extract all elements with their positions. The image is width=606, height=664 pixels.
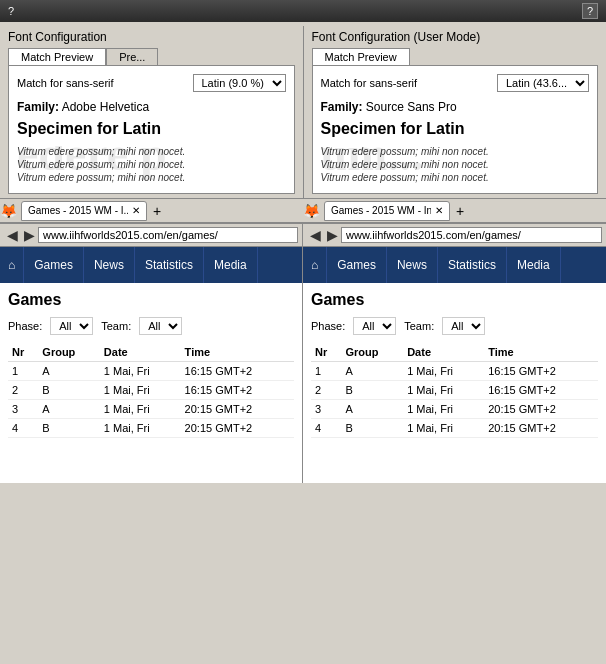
title-bar-help-btn[interactable]: ?: [582, 3, 598, 19]
cell-date: 1 Mai, Fri: [403, 362, 484, 381]
nav-games-label-right: Games: [337, 258, 376, 272]
col-time-right: Time: [484, 343, 598, 362]
forward-btn-left[interactable]: ▶: [21, 226, 38, 244]
phase-select-right[interactable]: All: [353, 317, 396, 335]
family-row-right: Family: Source Sans Pro: [321, 100, 590, 114]
addr-input-left[interactable]: [38, 227, 298, 243]
table-row[interactable]: 4B1 Mai, Fri20:15 GMT+2: [8, 419, 294, 438]
cell-time: 16:15 GMT+2: [181, 362, 294, 381]
cell-date: 1 Mai, Fri: [100, 362, 181, 381]
fx-tab-left-label: Games - 2015 WM - I...: [28, 205, 128, 216]
cell-time: 20:15 GMT+2: [181, 400, 294, 419]
font-tab-pre-left[interactable]: Pre...: [106, 48, 158, 65]
table-row[interactable]: 1A1 Mai, Fri16:15 GMT+2: [8, 362, 294, 381]
addr-input-right[interactable]: [341, 227, 602, 243]
specimen-text-left-0: Vitrum edere possum; mihi non nocet.: [17, 146, 286, 157]
cell-date: 1 Mai, Fri: [403, 381, 484, 400]
nav-news-label-right: News: [397, 258, 427, 272]
match-for-select-right[interactable]: Latin (43.6...: [497, 74, 589, 92]
back-btn-left[interactable]: ◀: [4, 226, 21, 244]
phase-label-right: Phase:: [311, 320, 345, 332]
font-tab-bar-right: Match Preview: [312, 48, 599, 65]
title-bar-left-icon: ?: [8, 5, 14, 17]
back-btn-right[interactable]: ◀: [307, 226, 324, 244]
match-for-label-right: Match for sans-serif: [321, 77, 418, 89]
fx-tab-left-close[interactable]: ✕: [132, 205, 140, 216]
family-label-right: Family:: [321, 100, 363, 114]
addr-bar-right: ◀ ▶: [303, 224, 606, 247]
col-group-right: Group: [341, 343, 403, 362]
match-for-select-left[interactable]: Latin (9.0 %): [193, 74, 286, 92]
table-row[interactable]: 4B1 Mai, Fri20:15 GMT+2: [311, 419, 598, 438]
nav-bar-left: ⌂ Games News Statistics Media: [0, 247, 302, 283]
nav-games-left[interactable]: Games: [24, 247, 84, 283]
match-for-row-right: Match for sans-serif Latin (43.6...: [321, 74, 590, 92]
font-tab-match-preview-right[interactable]: Match Preview: [312, 48, 410, 65]
nav-statistics-left[interactable]: Statistics: [135, 247, 204, 283]
nav-media-left[interactable]: Media: [204, 247, 258, 283]
nav-games-label-left: Games: [34, 258, 73, 272]
family-label-left: Family:: [17, 100, 59, 114]
browser-area: ◀ ▶ ⌂ Games News Statistics Media Games: [0, 224, 606, 483]
nav-news-right[interactable]: News: [387, 247, 438, 283]
cell-group: B: [38, 381, 100, 400]
table-row[interactable]: 3A1 Mai, Fri20:15 GMT+2: [311, 400, 598, 419]
table-row[interactable]: 2B1 Mai, Fri16:15 GMT+2: [311, 381, 598, 400]
match-for-row-left: Match for sans-serif Latin (9.0 %): [17, 74, 286, 92]
cell-time: 20:15 GMT+2: [181, 419, 294, 438]
cell-time: 20:15 GMT+2: [484, 400, 598, 419]
font-tab-match-preview-left[interactable]: Match Preview: [8, 48, 106, 65]
home-icon-right: ⌂: [311, 258, 318, 272]
cell-nr: 3: [8, 400, 38, 419]
team-select-left[interactable]: All: [139, 317, 182, 335]
nav-games-right[interactable]: Games: [327, 247, 387, 283]
nav-statistics-label-left: Statistics: [145, 258, 193, 272]
fx-tab-right-label: Games - 2015 WM - Inter...: [331, 205, 431, 216]
cell-nr: 1: [8, 362, 38, 381]
fx-tab-right-close[interactable]: ✕: [435, 205, 443, 216]
font-pane-left: Font Configuration Match Preview Pre... …: [0, 26, 303, 198]
fx-tab-left[interactable]: Games - 2015 WM - I... ✕: [21, 201, 147, 221]
font-config-area: Font Configuration Match Preview Pre... …: [0, 22, 606, 198]
cell-group: A: [341, 362, 403, 381]
games-title-left: Games: [8, 291, 294, 309]
title-bar: ? ?: [0, 0, 606, 22]
nav-media-label-right: Media: [517, 258, 550, 272]
font-content-wrap-right: Vitrum edere possum; mihi non nocet. Vit…: [321, 146, 590, 185]
font-pane-left-title: Font Configuration: [8, 30, 295, 44]
phase-select-left[interactable]: All: [50, 317, 93, 335]
cell-date: 1 Mai, Fri: [100, 381, 181, 400]
nav-news-left[interactable]: News: [84, 247, 135, 283]
team-select-right[interactable]: All: [442, 317, 485, 335]
cell-nr: 4: [311, 419, 341, 438]
cell-date: 1 Mai, Fri: [100, 419, 181, 438]
home-icon-left: ⌂: [8, 258, 15, 272]
cell-date: 1 Mai, Fri: [100, 400, 181, 419]
fx-tab-right[interactable]: Games - 2015 WM - Inter... ✕: [324, 201, 450, 221]
specimen-text-left-2: Vitrum edere possum; mihi non nocet.: [17, 172, 286, 183]
games-title-right: Games: [311, 291, 598, 309]
specimen-title-right: Specimen for Latin: [321, 120, 590, 138]
nav-statistics-label-right: Statistics: [448, 258, 496, 272]
table-header-right: Nr Group Date Time: [311, 343, 598, 362]
filter-row-right: Phase: All Team: All: [311, 317, 598, 335]
fx-add-tab-right[interactable]: +: [452, 203, 468, 219]
nav-media-right[interactable]: Media: [507, 247, 561, 283]
fx-add-tab-left[interactable]: +: [149, 203, 165, 219]
games-table-left: Nr Group Date Time 1A1 Mai, Fri16:15 GMT…: [8, 343, 294, 438]
cell-group: A: [341, 400, 403, 419]
firefox-icon-left: 🦊: [0, 203, 17, 219]
table-row[interactable]: 2B1 Mai, Fri16:15 GMT+2: [8, 381, 294, 400]
games-table-right: Nr Group Date Time 1A1 Mai, Fri16:15 GMT…: [311, 343, 598, 438]
browser-pane-left: ◀ ▶ ⌂ Games News Statistics Media Games: [0, 224, 303, 483]
family-value-right: Source Sans Pro: [366, 100, 457, 114]
table-row[interactable]: 3A1 Mai, Fri20:15 GMT+2: [8, 400, 294, 419]
forward-btn-right[interactable]: ▶: [324, 226, 341, 244]
cell-time: 16:15 GMT+2: [484, 362, 598, 381]
nav-home-right[interactable]: ⌂: [303, 247, 327, 283]
table-row[interactable]: 1A1 Mai, Fri16:15 GMT+2: [311, 362, 598, 381]
cell-nr: 4: [8, 419, 38, 438]
nav-home-left[interactable]: ⌂: [0, 247, 24, 283]
nav-statistics-right[interactable]: Statistics: [438, 247, 507, 283]
fx-taskbar-right: 🦊 Games - 2015 WM - Inter... ✕ +: [303, 201, 606, 221]
